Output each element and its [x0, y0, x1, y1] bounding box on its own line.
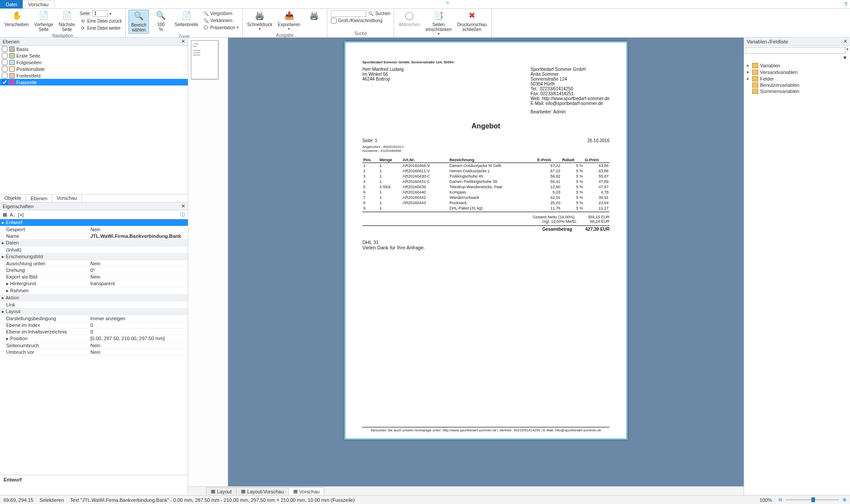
zoom-in-status[interactable]: ⊕ [842, 497, 846, 503]
search-icon: 🔍 [368, 11, 374, 17]
page-next-icon: 📄 [62, 11, 72, 21]
folder-icon [752, 70, 758, 75]
layer-swatch [9, 53, 15, 58]
search-button[interactable]: Suchen [375, 11, 390, 16]
folder-icon [752, 63, 758, 68]
tab-objects[interactable]: Objekte [0, 194, 26, 202]
folder-icon [752, 82, 758, 88]
layer-checkbox[interactable] [2, 79, 8, 85]
layer-label: Positionsliste [16, 66, 45, 72]
layer-checkbox[interactable] [2, 59, 8, 65]
zoom-out-status[interactable]: ⊖ [778, 497, 782, 503]
tab-file[interactable]: Datei [0, 0, 23, 8]
page-thumbnail[interactable]: ▬▬▬▬▬▬▬▬▬▬▬▬▬▬▬▬▬ [191, 40, 218, 79]
vars-filter-input[interactable] [745, 47, 846, 54]
layer-swatch [9, 73, 15, 78]
vars-title: Variablen-/Feldliste [747, 39, 788, 44]
status-coords: 69.69, 294.15 [4, 497, 33, 503]
pagewidth-icon: 📄 [181, 11, 192, 21]
group-search: Suche [330, 31, 391, 36]
move-button[interactable]: ✋Verschieben [3, 10, 31, 28]
btab-layout-preview[interactable]: ▦Layout-Vorschau [236, 487, 289, 495]
layer-checkbox[interactable] [2, 46, 8, 52]
layer-row[interactable]: Folgeseiten [0, 59, 188, 66]
layer-row[interactable]: Fusszeile [0, 79, 188, 85]
presentation-button[interactable]: 🖵Präsentation ▾ [202, 24, 240, 31]
layer-list: Basis Erste Seite Folgeseiten Positionsl… [0, 46, 188, 194]
page-width-button[interactable]: 📄Seitenbreite [173, 10, 200, 28]
layoutprev-icon: ▦ [241, 488, 245, 494]
layer-label: Folgeseiten [16, 60, 42, 65]
pages-icon: 📑 [433, 11, 444, 21]
status-mode: Selektieren [39, 497, 64, 503]
layer-label: Erste Seite [16, 53, 40, 58]
tree-node[interactable]: Summenvariablen [745, 88, 849, 94]
help-icon[interactable]: ? [844, 1, 847, 8]
props-close-icon[interactable]: ✕ [181, 203, 185, 209]
preview-icon: ▦ [293, 488, 298, 494]
layer-checkbox[interactable] [2, 53, 8, 58]
arrow-left-icon: ⟲ [80, 18, 86, 24]
zoom-in-button[interactable]: 🔍Vergrößern [202, 10, 240, 17]
sort-az-icon[interactable]: A↓ [10, 212, 16, 217]
close-icon: ✖ [466, 11, 477, 21]
layer-row[interactable]: Freitextfeld [0, 72, 188, 79]
limit-pages-button[interactable]: 📑Seiten einschränken▾ [423, 10, 453, 37]
document-page: Sportbedarf Sommer GmbH, Sonnenstraße 12… [344, 41, 628, 440]
tree-node[interactable]: ▸Felder [745, 75, 849, 82]
status-bar: 69.69, 294.15 Selektieren Text "JTL.WaWi… [0, 495, 850, 504]
tab-layers[interactable]: Ebenen [26, 194, 52, 202]
layer-label: Fusszeile [16, 80, 37, 85]
file-tabs: Datei Vorschau ⌃ ? [0, 0, 850, 9]
case-checkbox[interactable] [331, 18, 337, 23]
file-fwd-button[interactable]: ⟳Eine Datei weiter [79, 24, 123, 31]
btab-layout[interactable]: ▦Layout [206, 487, 237, 495]
btab-preview[interactable]: ▦Vorschau [288, 487, 325, 495]
tree-node[interactable]: ▸Versandvariablen [745, 69, 849, 75]
quickprint-button[interactable]: 🖨️Schnelldruck▾ [245, 10, 274, 32]
status-info: Text "JTL.WaWi.Firma.Bankverbindung.Bank… [70, 497, 354, 503]
layer-swatch [9, 47, 15, 52]
folder-icon [752, 89, 758, 94]
zoom-out-button[interactable]: 🔍Verkleinern [202, 17, 240, 24]
next-page-button[interactable]: 📄Nächste Seite [57, 10, 77, 33]
printer-icon: 🖨️ [254, 11, 265, 21]
chevron-up-icon[interactable]: ⌃ [445, 1, 450, 8]
layer-row[interactable]: Basis [0, 46, 188, 52]
select-area-button[interactable]: 🔍Bereich wählen [128, 10, 149, 34]
export-button[interactable]: 📤Exportieren▾ [276, 10, 302, 32]
filter-icon[interactable]: ▼ [842, 55, 847, 60]
page-input[interactable] [92, 10, 108, 17]
zoom-100-button[interactable]: 🔍100 % [151, 10, 171, 33]
file-back-button[interactable]: ⟲Eine Datei zurück [79, 17, 123, 24]
magnifier-icon: 🔍 [133, 11, 144, 22]
tab-preview[interactable]: Vorschau [23, 0, 54, 8]
search-input[interactable] [331, 10, 366, 17]
printer-small-icon: 🖨️ [309, 11, 319, 21]
page-label: Seite: [80, 11, 91, 16]
layer-row[interactable]: Positionsliste [0, 66, 188, 72]
props-title: Eigenschaften [3, 204, 34, 209]
tab-preview-panel[interactable]: Vorschau [52, 194, 82, 202]
prop-footer-title: Entwurf [4, 477, 22, 482]
arrow-right-icon: ⟳ [80, 25, 86, 31]
prev-page-button[interactable]: 📄Vorherige Seite [32, 10, 55, 33]
zoom-in-icon: 🔍 [203, 10, 209, 16]
tree-node[interactable]: ▸Variablen [745, 62, 849, 69]
layer-checkbox[interactable] [2, 73, 8, 78]
info-icon[interactable]: ⓘ [180, 211, 185, 218]
zoom-out-icon: 🔍 [203, 17, 209, 23]
print-button[interactable]: 🖨️ [304, 10, 324, 23]
close-preview-button[interactable]: ✖Druckvorschau schließen [455, 10, 489, 33]
thumbnail-strip: ▬▬▬▬▬▬▬▬▬▬▬▬▬▬▬▬▬ [188, 38, 228, 486]
status-zoom: 100% [760, 497, 772, 503]
vars-close-icon[interactable]: ✕ [843, 39, 847, 44]
zoom-slider[interactable] [786, 499, 839, 500]
tree-node[interactable]: Benutzervariablen [745, 82, 849, 88]
layers-close-icon[interactable]: ✕ [181, 39, 185, 44]
ribbon: ✋Verschieben 📄Vorherige Seite 📄Nächste S… [0, 9, 850, 38]
categorize-icon[interactable]: ▦ [3, 212, 7, 217]
layer-checkbox[interactable] [2, 66, 8, 72]
layer-row[interactable]: Erste Seite [0, 52, 188, 59]
expand-icon[interactable]: [+] [18, 212, 24, 217]
